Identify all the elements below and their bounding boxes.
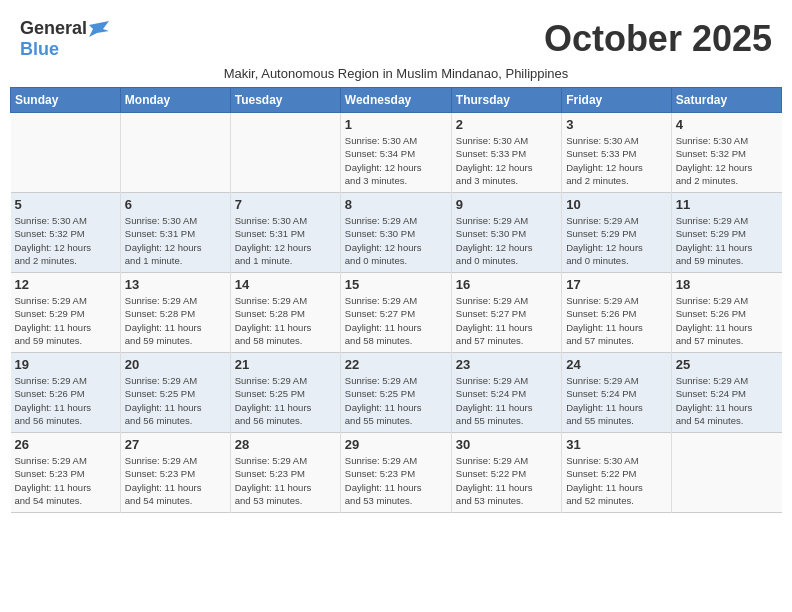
day-info: Sunrise: 5:29 AMSunset: 5:22 PMDaylight:…	[456, 454, 557, 507]
day-number: 24	[566, 357, 666, 372]
day-info: Sunrise: 5:30 AMSunset: 5:32 PMDaylight:…	[15, 214, 116, 267]
day-number: 13	[125, 277, 226, 292]
calendar-cell	[120, 113, 230, 193]
day-number: 3	[566, 117, 666, 132]
day-info: Sunrise: 5:29 AMSunset: 5:26 PMDaylight:…	[15, 374, 116, 427]
day-number: 23	[456, 357, 557, 372]
calendar-cell	[671, 433, 781, 513]
day-number: 20	[125, 357, 226, 372]
calendar-cell: 18Sunrise: 5:29 AMSunset: 5:26 PMDayligh…	[671, 273, 781, 353]
logo-bird-icon	[89, 21, 109, 37]
calendar-cell: 31Sunrise: 5:30 AMSunset: 5:22 PMDayligh…	[562, 433, 671, 513]
day-number: 17	[566, 277, 666, 292]
week-row-2: 5Sunrise: 5:30 AMSunset: 5:32 PMDaylight…	[11, 193, 782, 273]
day-info: Sunrise: 5:29 AMSunset: 5:24 PMDaylight:…	[456, 374, 557, 427]
day-number: 6	[125, 197, 226, 212]
logo-general-text: General	[20, 18, 87, 39]
calendar-cell: 16Sunrise: 5:29 AMSunset: 5:27 PMDayligh…	[451, 273, 561, 353]
calendar-body: 1Sunrise: 5:30 AMSunset: 5:34 PMDaylight…	[11, 113, 782, 513]
calendar-cell: 17Sunrise: 5:29 AMSunset: 5:26 PMDayligh…	[562, 273, 671, 353]
day-info: Sunrise: 5:29 AMSunset: 5:25 PMDaylight:…	[235, 374, 336, 427]
day-number: 29	[345, 437, 447, 452]
day-info: Sunrise: 5:29 AMSunset: 5:23 PMDaylight:…	[235, 454, 336, 507]
calendar-cell: 27Sunrise: 5:29 AMSunset: 5:23 PMDayligh…	[120, 433, 230, 513]
calendar-cell: 3Sunrise: 5:30 AMSunset: 5:33 PMDaylight…	[562, 113, 671, 193]
day-number: 31	[566, 437, 666, 452]
day-header-sunday: Sunday	[11, 88, 121, 113]
calendar-cell: 6Sunrise: 5:30 AMSunset: 5:31 PMDaylight…	[120, 193, 230, 273]
day-number: 25	[676, 357, 778, 372]
calendar-cell: 24Sunrise: 5:29 AMSunset: 5:24 PMDayligh…	[562, 353, 671, 433]
day-number: 15	[345, 277, 447, 292]
calendar-cell: 30Sunrise: 5:29 AMSunset: 5:22 PMDayligh…	[451, 433, 561, 513]
day-number: 9	[456, 197, 557, 212]
calendar-table: SundayMondayTuesdayWednesdayThursdayFrid…	[10, 87, 782, 513]
day-info: Sunrise: 5:30 AMSunset: 5:31 PMDaylight:…	[235, 214, 336, 267]
day-number: 22	[345, 357, 447, 372]
calendar-cell: 14Sunrise: 5:29 AMSunset: 5:28 PMDayligh…	[230, 273, 340, 353]
day-info: Sunrise: 5:29 AMSunset: 5:27 PMDaylight:…	[345, 294, 447, 347]
week-row-4: 19Sunrise: 5:29 AMSunset: 5:26 PMDayligh…	[11, 353, 782, 433]
calendar-cell: 10Sunrise: 5:29 AMSunset: 5:29 PMDayligh…	[562, 193, 671, 273]
calendar-cell: 2Sunrise: 5:30 AMSunset: 5:33 PMDaylight…	[451, 113, 561, 193]
calendar-cell: 8Sunrise: 5:29 AMSunset: 5:30 PMDaylight…	[340, 193, 451, 273]
calendar-cell: 20Sunrise: 5:29 AMSunset: 5:25 PMDayligh…	[120, 353, 230, 433]
calendar-cell: 19Sunrise: 5:29 AMSunset: 5:26 PMDayligh…	[11, 353, 121, 433]
week-row-3: 12Sunrise: 5:29 AMSunset: 5:29 PMDayligh…	[11, 273, 782, 353]
day-info: Sunrise: 5:29 AMSunset: 5:23 PMDaylight:…	[345, 454, 447, 507]
month-title: October 2025	[544, 18, 772, 60]
day-number: 8	[345, 197, 447, 212]
day-number: 14	[235, 277, 336, 292]
day-header-thursday: Thursday	[451, 88, 561, 113]
calendar-cell: 15Sunrise: 5:29 AMSunset: 5:27 PMDayligh…	[340, 273, 451, 353]
calendar-cell: 23Sunrise: 5:29 AMSunset: 5:24 PMDayligh…	[451, 353, 561, 433]
day-info: Sunrise: 5:30 AMSunset: 5:32 PMDaylight:…	[676, 134, 778, 187]
week-row-1: 1Sunrise: 5:30 AMSunset: 5:34 PMDaylight…	[11, 113, 782, 193]
day-number: 7	[235, 197, 336, 212]
day-number: 16	[456, 277, 557, 292]
calendar-cell: 25Sunrise: 5:29 AMSunset: 5:24 PMDayligh…	[671, 353, 781, 433]
svg-marker-0	[89, 21, 109, 37]
calendar-cell: 4Sunrise: 5:30 AMSunset: 5:32 PMDaylight…	[671, 113, 781, 193]
day-info: Sunrise: 5:29 AMSunset: 5:28 PMDaylight:…	[235, 294, 336, 347]
day-info: Sunrise: 5:29 AMSunset: 5:28 PMDaylight:…	[125, 294, 226, 347]
calendar-cell: 12Sunrise: 5:29 AMSunset: 5:29 PMDayligh…	[11, 273, 121, 353]
day-header-friday: Friday	[562, 88, 671, 113]
day-info: Sunrise: 5:29 AMSunset: 5:30 PMDaylight:…	[345, 214, 447, 267]
calendar-cell: 28Sunrise: 5:29 AMSunset: 5:23 PMDayligh…	[230, 433, 340, 513]
day-number: 27	[125, 437, 226, 452]
calendar-header-row: SundayMondayTuesdayWednesdayThursdayFrid…	[11, 88, 782, 113]
day-info: Sunrise: 5:29 AMSunset: 5:25 PMDaylight:…	[125, 374, 226, 427]
day-info: Sunrise: 5:29 AMSunset: 5:23 PMDaylight:…	[125, 454, 226, 507]
day-info: Sunrise: 5:30 AMSunset: 5:22 PMDaylight:…	[566, 454, 666, 507]
day-info: Sunrise: 5:29 AMSunset: 5:26 PMDaylight:…	[676, 294, 778, 347]
calendar-cell: 26Sunrise: 5:29 AMSunset: 5:23 PMDayligh…	[11, 433, 121, 513]
day-info: Sunrise: 5:29 AMSunset: 5:24 PMDaylight:…	[676, 374, 778, 427]
day-info: Sunrise: 5:29 AMSunset: 5:29 PMDaylight:…	[676, 214, 778, 267]
day-info: Sunrise: 5:29 AMSunset: 5:23 PMDaylight:…	[15, 454, 116, 507]
day-info: Sunrise: 5:29 AMSunset: 5:24 PMDaylight:…	[566, 374, 666, 427]
day-info: Sunrise: 5:30 AMSunset: 5:33 PMDaylight:…	[456, 134, 557, 187]
day-header-tuesday: Tuesday	[230, 88, 340, 113]
day-info: Sunrise: 5:29 AMSunset: 5:29 PMDaylight:…	[566, 214, 666, 267]
calendar-cell	[230, 113, 340, 193]
day-number: 18	[676, 277, 778, 292]
day-number: 11	[676, 197, 778, 212]
day-header-monday: Monday	[120, 88, 230, 113]
calendar-cell: 22Sunrise: 5:29 AMSunset: 5:25 PMDayligh…	[340, 353, 451, 433]
day-info: Sunrise: 5:29 AMSunset: 5:27 PMDaylight:…	[456, 294, 557, 347]
calendar-cell: 7Sunrise: 5:30 AMSunset: 5:31 PMDaylight…	[230, 193, 340, 273]
day-number: 4	[676, 117, 778, 132]
day-info: Sunrise: 5:29 AMSunset: 5:30 PMDaylight:…	[456, 214, 557, 267]
day-number: 19	[15, 357, 116, 372]
day-number: 26	[15, 437, 116, 452]
day-number: 2	[456, 117, 557, 132]
subtitle: Makir, Autonomous Region in Muslim Minda…	[10, 66, 782, 81]
day-number: 21	[235, 357, 336, 372]
calendar-cell: 11Sunrise: 5:29 AMSunset: 5:29 PMDayligh…	[671, 193, 781, 273]
day-info: Sunrise: 5:29 AMSunset: 5:26 PMDaylight:…	[566, 294, 666, 347]
day-number: 12	[15, 277, 116, 292]
calendar-cell: 1Sunrise: 5:30 AMSunset: 5:34 PMDaylight…	[340, 113, 451, 193]
calendar-cell: 29Sunrise: 5:29 AMSunset: 5:23 PMDayligh…	[340, 433, 451, 513]
day-number: 5	[15, 197, 116, 212]
